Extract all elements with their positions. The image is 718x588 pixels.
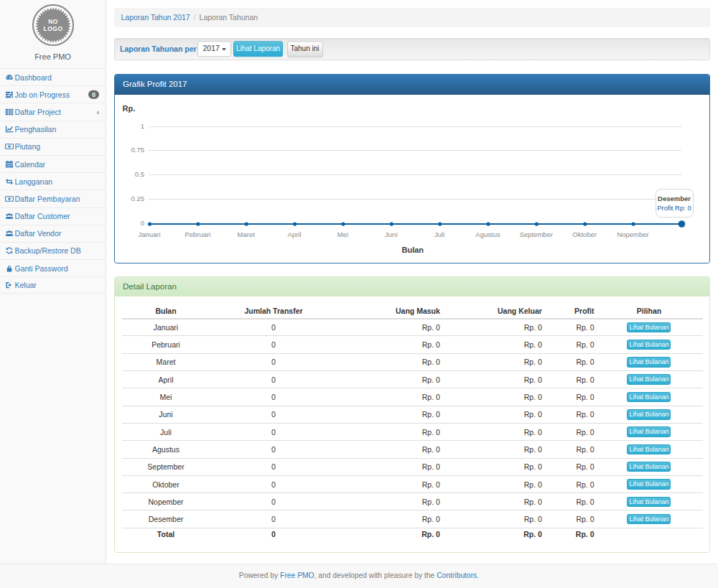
svg-text:LOGO: LOGO <box>43 25 62 32</box>
svg-text:NO: NO <box>48 18 58 25</box>
